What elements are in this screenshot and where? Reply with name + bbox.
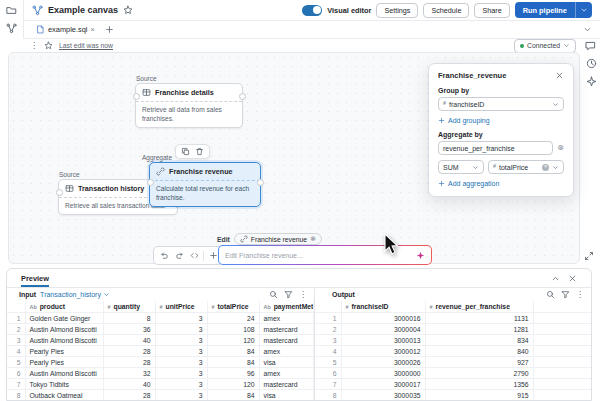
pill-remove-icon[interactable]: ⊗ (310, 235, 316, 243)
node-franchise-details[interactable]: Franchise details Retrieve all data from… (135, 83, 243, 128)
table-cell: 28 (103, 390, 155, 401)
table-cell: 3000013 (341, 335, 425, 346)
input-data-table: Abproduct#quantity#unitPrice#totalPriceA… (7, 301, 314, 401)
last-edit-link[interactable]: Last edit was now (59, 42, 113, 49)
duplicate-node-icon[interactable] (181, 147, 190, 156)
output-port[interactable] (257, 179, 264, 186)
aggregation-function-select[interactable]: SUM (438, 160, 484, 174)
table-row: 6Austin Almond Biscotti32396amex (7, 368, 314, 379)
status-bar: ⋮ Last edit was now Connected (24, 39, 582, 52)
table-row: 130000161131 (315, 313, 591, 324)
table-row: 43000012840 (315, 346, 591, 357)
number-type-icon: # (160, 304, 163, 310)
add-grouping-button[interactable]: Add grouping (438, 117, 564, 124)
history-icon[interactable] (585, 57, 597, 69)
visual-editor-toggle[interactable] (302, 5, 322, 16)
column-header[interactable]: #revenue_per_franchise (425, 301, 533, 313)
undo-icon[interactable] (158, 250, 170, 262)
close-preview-icon[interactable] (568, 274, 577, 283)
tab-close-icon[interactable]: × (90, 26, 94, 33)
run-pipeline-menu-chevron-icon[interactable] (576, 2, 592, 18)
overflow-menu-icon[interactable]: ⋮ (30, 41, 38, 50)
table-row: 33000013834 (315, 335, 591, 346)
group-by-select[interactable]: # franchiseID (438, 97, 564, 111)
share-button[interactable]: Share (474, 3, 509, 18)
table-cell: 3000026 (341, 357, 425, 368)
connection-status-badge[interactable]: Connected (514, 39, 576, 53)
collapse-preview-chevron-icon[interactable] (551, 274, 560, 283)
aggregation-column-select[interactable]: # totalPrice × (488, 160, 564, 174)
comments-icon[interactable] (584, 39, 596, 51)
collapse-tabbar-chevron-icon[interactable] (583, 25, 592, 34)
filter-icon[interactable] (561, 290, 570, 299)
schedule-button[interactable]: Schedule (423, 3, 469, 18)
assistant-icon[interactable] (585, 75, 597, 87)
settings-button[interactable]: Settings (376, 3, 418, 18)
search-icon[interactable] (546, 290, 555, 299)
assistant-sparkle-icon[interactable] (416, 251, 425, 260)
row-number: 1 (315, 313, 341, 324)
star-icon[interactable] (44, 41, 53, 50)
left-rail (0, 0, 24, 39)
output-label: Output (332, 291, 355, 298)
run-pipeline-label[interactable]: Run pipeline (515, 2, 575, 18)
config-panel: Franchise_revenue Group by # franchiseID… (428, 63, 574, 197)
node-franchise-revenue[interactable]: Franchise revenue Calculate total revenu… (149, 162, 261, 207)
input-port[interactable] (147, 179, 154, 186)
favorite-star-icon[interactable] (123, 5, 133, 15)
table-row: 230000041281 (315, 324, 591, 335)
column-header[interactable]: AbpaymentMethod (259, 301, 314, 313)
table-cell: 3 (155, 324, 207, 335)
table-row: 2Austin Almond Biscotti363108mastercard (7, 324, 314, 335)
add-aggregation-button[interactable]: Add aggregation (438, 180, 564, 187)
plus-icon (438, 117, 445, 124)
column-header[interactable]: #totalPrice (207, 301, 259, 313)
input-source-select[interactable]: Transaction_history (40, 291, 110, 298)
workflow-icon[interactable] (6, 23, 17, 34)
column-header[interactable]: #unitPrice (155, 301, 207, 313)
number-type-icon: # (346, 304, 349, 310)
close-panel-icon[interactable] (555, 71, 564, 80)
table-cell: 840 (425, 346, 533, 357)
table-cell: 108 (207, 324, 259, 335)
input-port[interactable] (133, 93, 140, 100)
selected-node-pill[interactable]: Franchise revenue ⊗ (234, 233, 322, 245)
row-number: 7 (7, 379, 25, 390)
delete-node-icon[interactable] (195, 147, 204, 156)
tab-preview[interactable]: Preview (21, 269, 49, 287)
redo-icon[interactable] (173, 250, 185, 262)
row-number-header (315, 301, 341, 313)
expand-panel-icon[interactable] (583, 250, 595, 262)
run-pipeline-button[interactable]: Run pipeline (515, 2, 592, 18)
table-cell: 84 (207, 390, 259, 401)
chevron-down-icon (103, 291, 110, 298)
new-tab-icon[interactable] (105, 25, 114, 34)
folder-icon[interactable] (6, 5, 17, 16)
string-type-icon: Ab (30, 304, 37, 310)
output-port[interactable] (239, 93, 246, 100)
node-type-label: Source (59, 171, 80, 178)
code-view-icon[interactable] (188, 250, 200, 262)
search-icon[interactable] (269, 290, 278, 299)
tab-example-sql[interactable]: example.sql × (32, 21, 99, 38)
table-options-icon[interactable]: ⋮ (299, 290, 307, 299)
remove-aggregation-icon[interactable]: ⊗ (557, 144, 564, 152)
selected-node-pill-label: Franchise revenue (251, 236, 307, 243)
input-port[interactable] (56, 189, 63, 196)
filter-icon[interactable] (284, 290, 293, 299)
string-type-icon: Ab (264, 304, 271, 310)
table-options-icon[interactable]: ⋮ (576, 290, 584, 299)
column-header[interactable]: Abproduct (25, 301, 103, 313)
table-cell: 84 (207, 357, 259, 368)
aggregation-name-input[interactable]: revenue_per_franchise (438, 141, 553, 155)
column-header[interactable]: #quantity (103, 301, 155, 313)
clear-column-icon[interactable]: × (542, 164, 549, 171)
row-number: 8 (7, 390, 25, 401)
table-cell: 3 (155, 357, 207, 368)
table-row: 53000026927 (315, 357, 591, 368)
aggregation-column-value: totalPrice (499, 164, 528, 171)
table-cell: 3 (155, 390, 207, 401)
column-header[interactable]: #franchiseID (341, 301, 425, 313)
table-cell: Tokyo Tidbits (25, 379, 103, 390)
table-cell: Outback Oatmeal (25, 390, 103, 401)
